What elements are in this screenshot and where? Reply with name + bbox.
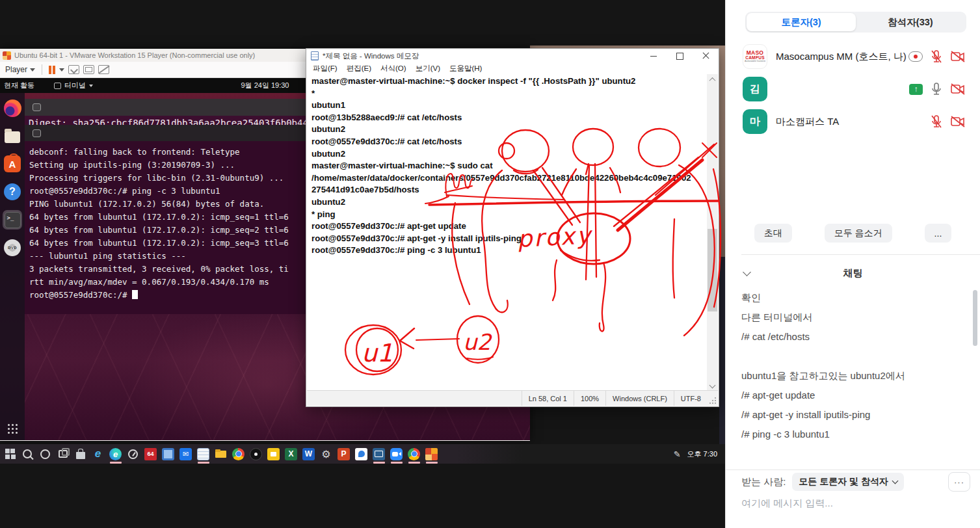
chat-message: 다른 터미널에서	[741, 308, 962, 327]
scroll-up-icon[interactable]	[707, 74, 718, 85]
search-icon[interactable]	[20, 446, 36, 462]
chat-messages[interactable]: 확인 다른 터미널에서 /# cat /etc/hosts ubuntu1을 참…	[741, 288, 962, 444]
internet-explorer-icon[interactable]: e	[90, 446, 106, 462]
menu-edit[interactable]: 편집(E)	[343, 64, 375, 73]
fullscreen-icon[interactable]	[83, 65, 94, 74]
mic-off-icon	[930, 49, 943, 64]
desktop-background-dark-sliver	[719, 257, 725, 444]
tab-panelists[interactable]: 토론자(3)	[747, 13, 856, 31]
terminal-tab-icon	[33, 103, 41, 111]
excel-icon[interactable]: X	[284, 446, 299, 462]
notepad-titlebar[interactable]: *제목 없음 - Windows 메모장	[306, 49, 719, 63]
pause-dropdown-icon[interactable]	[59, 68, 64, 72]
start-button-icon[interactable]	[3, 446, 18, 462]
participant-row[interactable]: MASO CAMPUS Actionable Content Masocampu…	[726, 40, 980, 73]
menu-file[interactable]: 파일(F)	[309, 64, 341, 73]
powerpoint-icon[interactable]: P	[336, 446, 352, 462]
edge-icon[interactable]: e	[108, 446, 124, 462]
microsoft-store-icon[interactable]	[73, 446, 88, 462]
ubuntu-launcher: A ? >_ DVD	[0, 93, 25, 440]
chat-message-input[interactable]	[741, 497, 970, 508]
chat-message: /# cat /etc/hosts	[741, 327, 962, 347]
recording-cloud-icon	[908, 51, 923, 62]
terminal-icon[interactable]: >_	[3, 210, 22, 230]
chrome-icon[interactable]	[231, 446, 246, 462]
app-64-icon[interactable]: 64	[143, 446, 159, 462]
chat-message: /# ping -c 3 lubuntu1	[741, 425, 962, 444]
more-actions-button[interactable]: ...	[925, 224, 952, 243]
player-menu[interactable]: Player	[5, 65, 35, 74]
notepad-scrollbar[interactable]	[707, 74, 718, 390]
mail-icon[interactable]: ✉	[178, 446, 194, 462]
word-icon[interactable]: W	[301, 446, 317, 462]
menu-view[interactable]: 보기(V)	[412, 64, 444, 73]
files-icon[interactable]	[3, 126, 22, 146]
menu-help[interactable]: 도움말(H)	[445, 64, 486, 73]
video-off-icon	[950, 115, 966, 128]
menu-format[interactable]: 서식(O)	[377, 64, 410, 73]
chrome-icon[interactable]	[406, 446, 422, 462]
firefox-icon[interactable]	[3, 98, 22, 118]
chat-title: 채팅	[726, 267, 980, 280]
performance-gauge-icon[interactable]	[126, 446, 141, 462]
photos-icon[interactable]	[161, 446, 176, 462]
participant-list: MASO CAMPUS Actionable Content Masocampu…	[726, 40, 980, 138]
unity-mode-icon[interactable]	[98, 65, 109, 74]
divider	[741, 254, 980, 255]
settings-gear-icon[interactable]: ⚙	[319, 446, 334, 462]
activities-button[interactable]: 현재 활동	[0, 81, 41, 90]
task-view-icon[interactable]	[55, 446, 71, 462]
help-icon[interactable]: ?	[3, 182, 22, 202]
chevron-down-icon	[89, 85, 93, 87]
paint-icon[interactable]	[354, 446, 369, 462]
maximize-button[interactable]	[667, 49, 693, 63]
app-menu-terminal[interactable]: 터미널	[54, 81, 93, 90]
terminal-cursor	[132, 290, 138, 299]
recipient-dropdown[interactable]: 모든 토론자 및 참석자	[792, 473, 904, 491]
screenshot-tool-icon[interactable]	[266, 446, 282, 462]
close-button[interactable]	[693, 49, 719, 63]
participant-row[interactable]: 김 ↑	[726, 73, 980, 105]
encoding: UTF-8	[674, 391, 708, 406]
ubuntu-software-icon[interactable]: A	[3, 154, 22, 174]
cortana-icon[interactable]	[38, 446, 53, 462]
vmware-logo-icon	[3, 51, 11, 60]
notepad-title: *제목 없음 - Windows 메모장	[323, 51, 419, 61]
location-pin-icon[interactable]	[248, 446, 264, 462]
mic-off-icon	[930, 114, 943, 129]
file-explorer-icon[interactable]	[213, 446, 229, 462]
divider	[726, 469, 980, 470]
zoom-level: 100%	[574, 391, 605, 406]
dvd-icon[interactable]: DVD	[3, 238, 22, 257]
video-off-icon	[950, 50, 966, 63]
notepad-menubar: 파일(F) 편집(E) 서식(O) 보기(V) 도움말(H)	[306, 63, 719, 74]
scrollbar-thumb[interactable]	[708, 229, 717, 311]
tab-attendees[interactable]: 참석자(33)	[856, 13, 965, 31]
screen-share-icon: ↑	[909, 84, 923, 95]
vmware-taskbar-icon[interactable]	[424, 446, 440, 462]
windows-ink-pen-icon[interactable]: ✎	[674, 449, 681, 459]
screen: Ubuntu 64-bit 1 - VMware Workstation 15 …	[0, 0, 980, 528]
pause-vm-button[interactable]	[49, 66, 55, 74]
taskbar-clock[interactable]: 오후 7:30	[687, 449, 717, 459]
show-applications-icon[interactable]	[8, 424, 18, 434]
minimize-button[interactable]	[641, 49, 667, 63]
ubuntu-clock[interactable]: 9월 24일 19:30	[241, 81, 289, 90]
mute-all-button[interactable]: 모두 음소거	[825, 224, 892, 243]
notepad-taskbar-icon[interactable]	[196, 446, 211, 462]
notepad-text-area[interactable]: master@master-virtual-machine:~$ docker …	[307, 74, 707, 390]
chat-header: 채팅	[726, 264, 980, 282]
notepad-window: *제목 없음 - Windows 메모장 파일(F) 편집(E) 서식(O) 보…	[306, 48, 719, 407]
zoom-app-icon[interactable]	[389, 446, 404, 462]
send-ctrl-alt-del-icon[interactable]	[68, 65, 79, 74]
mic-on-icon	[930, 82, 943, 96]
remote-desktop-icon[interactable]	[371, 446, 387, 462]
chevron-down-icon	[892, 478, 899, 484]
scroll-down-icon[interactable]	[707, 380, 718, 390]
chat-scrollbar-thumb[interactable]	[973, 290, 977, 346]
invite-button[interactable]: 초대	[754, 224, 792, 243]
chat-message-spacer	[741, 347, 962, 366]
resize-grip[interactable]	[708, 391, 718, 406]
participant-row[interactable]: 마 마소캠퍼스 TA	[726, 105, 980, 138]
composer-more-button[interactable]: ···	[948, 472, 970, 492]
